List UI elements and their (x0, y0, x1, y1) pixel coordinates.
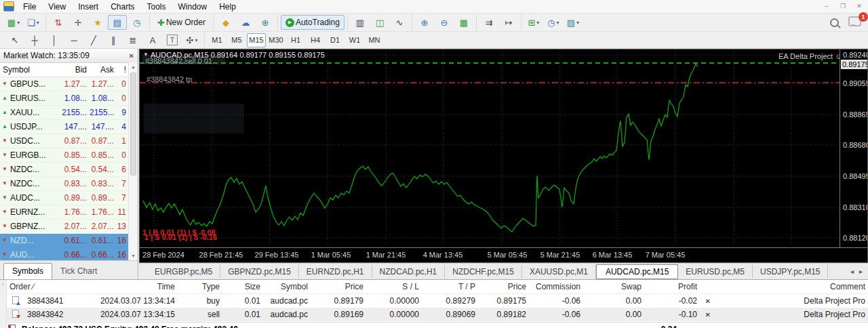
column-swap[interactable]: Swap (583, 282, 644, 291)
chevron-down-icon[interactable]: ▾ (17, 20, 20, 26)
timeframe-mn[interactable]: MN (365, 33, 384, 47)
timeframe-d1[interactable]: D1 (326, 33, 344, 47)
cursor-button[interactable]: ↖ (5, 33, 24, 47)
column-profit[interactable]: Profit (644, 282, 700, 291)
navigator-toggle[interactable]: ★ (88, 15, 107, 30)
scroll-down-icon[interactable]: ▼ (129, 251, 138, 260)
column-price2[interactable]: Price (478, 282, 529, 291)
terminal-toggle[interactable]: ▤ (108, 15, 127, 30)
timeframe-m5[interactable]: M5 (227, 33, 246, 47)
tab-tick-chart[interactable]: Tick Chart (52, 264, 105, 279)
collapse-icon[interactable]: ‹ (2, 282, 3, 287)
new-order-button[interactable]: ✚ New Order (153, 15, 210, 30)
column-time[interactable]: Time (76, 282, 178, 291)
tab-symbols[interactable]: Symbols (3, 263, 52, 279)
chart-tab-eurusd-pc-m5[interactable]: EURUSD.pc,M5 (678, 265, 753, 279)
minimize-button[interactable]: – (821, 1, 833, 11)
column-comment[interactable]: Comment (713, 282, 868, 291)
column-size[interactable]: Size (222, 282, 263, 291)
line-chart-button[interactable]: ∿ (390, 15, 409, 30)
chevron-down-icon[interactable]: ▾ (37, 20, 39, 26)
indicators-button[interactable]: ⊞▾ (524, 15, 543, 30)
trendline-button[interactable]: ╱ (84, 33, 103, 47)
restore-button[interactable]: ❐ (837, 1, 849, 11)
column-sl[interactable]: S / L (366, 282, 422, 291)
close-order-button[interactable]: ✕ (700, 298, 713, 305)
column-spread[interactable]: ! (117, 65, 129, 75)
horizontal-line-button[interactable]: ─ (64, 33, 83, 47)
profiles-button[interactable]: ❏▾ (24, 15, 43, 30)
column-price[interactable]: Price (311, 282, 366, 291)
market-watch-row[interactable]: ▼AUDC...0.89...0.89...7 (0, 191, 138, 205)
market-watch-row[interactable]: ▼NZD...0.61...0.61...16 (0, 234, 138, 248)
timeframe-w1[interactable]: W1 (345, 33, 364, 47)
market-watch-row[interactable]: ▼GBPUS...1.27...1.27...0 (0, 77, 138, 91)
menu-file[interactable]: File (17, 1, 42, 13)
column-symbol[interactable]: Symbol (263, 282, 311, 291)
tab-scroll-left-icon[interactable]: ◂ (850, 268, 854, 275)
market-watch-row[interactable]: ▼NZDC...0.83...0.83...7 (0, 177, 138, 191)
chart-canvas[interactable] (140, 49, 840, 247)
zoom-out-button[interactable]: ⊖ (435, 15, 454, 30)
market-watch-row[interactable]: ▼EURGB...0.85...0.85...0 (0, 148, 138, 163)
menu-insert[interactable]: Insert (72, 1, 104, 13)
column-order[interactable]: Order ∕ (7, 282, 76, 291)
candlestick-button[interactable]: ◫ (370, 15, 389, 30)
alerts-button[interactable]: ⊕ (256, 15, 275, 30)
chevron-down-icon[interactable]: ▾ (195, 37, 197, 43)
channel-button[interactable]: ∥ (104, 33, 123, 47)
order-row[interactable]: 388438422024.03.07 13:34:15sell0.01audca… (7, 308, 868, 321)
notifications-button[interactable]: 1 (848, 16, 861, 28)
market-watch-row[interactable]: ▼NZDC...0.54...0.54...6 (0, 163, 138, 177)
terminal-gutter[interactable]: ‹ (0, 280, 7, 328)
fibonacci-button[interactable]: ≣ (123, 33, 142, 47)
order-row[interactable]: 388438412024.03.07 13:34:14buy0.01audcad… (7, 294, 868, 308)
market-watch-row[interactable]: ▲USDJP...147....147....4 (0, 120, 138, 134)
column-type[interactable]: Type (178, 282, 222, 291)
time-axis[interactable]: 28 Feb 202428 Feb 21:4529 Feb 13:451 Mar… (140, 247, 868, 263)
app-icon[interactable] (3, 1, 14, 12)
chart-tab-eurnzd-pc-h1[interactable]: EURNZD.pc,H1 (299, 265, 372, 279)
chevron-down-icon[interactable]: ▾ (557, 20, 559, 26)
timeframe-h1[interactable]: H1 (286, 33, 305, 47)
autoscroll-button[interactable]: ⇉ (479, 15, 498, 30)
templates-button[interactable]: ▨▾ (564, 15, 583, 30)
market-watch-row[interactable]: ▼GBPNZ...2.07...2.07...13 (0, 220, 138, 234)
tile-windows-button[interactable]: ▦ (454, 15, 473, 30)
metaeditor-button[interactable]: ◆ (216, 15, 235, 30)
autotrading-button[interactable]: ▶ AutoTrading (281, 15, 344, 30)
search-icon[interactable] (830, 18, 839, 27)
new-chart-button[interactable]: ▦▾ (4, 15, 23, 30)
column-tp[interactable]: T / P (422, 282, 478, 291)
market-watch-row[interactable]: ▲XAUU...2155...2155...9 (0, 106, 138, 120)
data-window-toggle[interactable]: ✛ (68, 15, 87, 30)
chart-tab-nzdcad-pc-h1[interactable]: NZDCAD.pc,H1 (372, 265, 446, 279)
chart-tab-usdjpy-pc-m15[interactable]: USDJPY.pc,M15 (753, 265, 828, 279)
vertical-line-button[interactable]: │ (45, 33, 64, 47)
timeframe-h4[interactable]: H4 (306, 33, 325, 47)
menu-tools[interactable]: Tools (141, 1, 172, 13)
chevron-down-icon[interactable]: ▾ (536, 20, 539, 26)
scroll-up-icon[interactable]: ▲ (129, 62, 138, 71)
column-symbol[interactable]: Symbol (0, 65, 58, 75)
close-order-button[interactable]: ✕ (700, 311, 713, 319)
menu-help[interactable]: Help (213, 1, 242, 13)
chart-window[interactable]: ▼ AUDCAD.pc,M15 0.89164 0.89177 0.89155 … (139, 49, 868, 263)
column-commission[interactable]: Commission (529, 282, 583, 291)
bar-chart-button[interactable]: ▥ (351, 15, 370, 30)
community-button[interactable]: ☁ (236, 15, 255, 30)
zoom-in-button[interactable]: ⊕ (415, 15, 434, 30)
close-panel-button[interactable]: ✕ (129, 52, 134, 60)
chart-shift-button[interactable]: ↦ (499, 15, 518, 30)
column-bid[interactable]: Bid (58, 65, 90, 75)
crosshair-button[interactable]: ┼ (25, 33, 44, 47)
chart-tab-eurgbp-pc-m5[interactable]: EURGBP.pc,M5 (147, 265, 220, 279)
market-watch-scrollbar[interactable]: ▲ ▼ (128, 62, 138, 260)
menu-view[interactable]: View (42, 1, 72, 13)
price-axis[interactable]: 0.89175 0.892400.890550.888650.886800.88… (840, 49, 868, 247)
scrollbar-thumb[interactable] (130, 73, 136, 176)
menu-window[interactable]: Window (172, 1, 214, 13)
chart-tab-nzdchf-pc-m15[interactable]: NZDCHF.pc,M15 (445, 265, 522, 279)
periods-button[interactable]: ◷▾ (544, 15, 563, 30)
text-button[interactable]: A (143, 33, 162, 47)
